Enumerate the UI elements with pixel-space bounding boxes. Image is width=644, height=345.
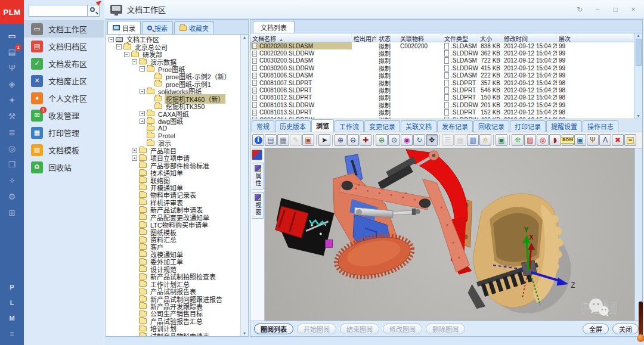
- detail-tab-发布记录[interactable]: 发布记录: [437, 120, 473, 132]
- scroll-down-icon[interactable]: ▼: [243, 331, 247, 335]
- table-row[interactable]: C0081007.SLDPRT拟制.SLDPRT357 KB2012-09-12…: [250, 79, 634, 86]
- search-button[interactable]: [88, 5, 100, 17]
- render-icon[interactable]: ▣: [496, 134, 507, 146]
- expander-minus-icon[interactable]: −: [124, 52, 129, 57]
- layers-icon[interactable]: ▬: [624, 134, 636, 146]
- org-structure-icon[interactable]: ✦: [0, 92, 24, 108]
- print-icon[interactable]: ▦: [277, 134, 289, 146]
- expander-minus-icon[interactable]: −: [140, 89, 145, 94]
- integration-icon[interactable]: ❐: [0, 156, 24, 172]
- tree-item[interactable]: AD: [106, 125, 240, 132]
- table-row[interactable]: C0030200.SLDASM拟制.SLDASM722 KB2012-09-12…: [250, 57, 634, 64]
- select-cursor-icon[interactable]: ➤: [318, 134, 330, 146]
- tree-item[interactable]: Protel: [106, 132, 240, 139]
- nav-recycle-bin[interactable]: ♻回收站: [24, 158, 104, 176]
- minimize-button[interactable]: −: [593, 6, 602, 13]
- expander-plus-icon[interactable]: +: [140, 111, 145, 116]
- tree-tab-搜索[interactable]: 搜索: [142, 21, 173, 34]
- detail-tab-操作日志[interactable]: 操作日志: [583, 120, 618, 132]
- expander-minus-icon[interactable]: −: [116, 44, 122, 49]
- expander-minus-icon[interactable]: −: [109, 37, 114, 42]
- detail-tab-浏览[interactable]: 浏览: [311, 119, 334, 132]
- search-input[interactable]: [29, 5, 88, 17]
- detail-tab-变更记录[interactable]: 变更记录: [364, 120, 400, 132]
- zoom-select-icon[interactable]: ⊙: [388, 134, 400, 146]
- zoom-window-icon[interactable]: ⊕: [376, 134, 388, 146]
- tree-tab-收藏夹[interactable]: 收藏夹: [174, 21, 214, 34]
- detail-tab-打印记录[interactable]: 打印记录: [510, 120, 546, 132]
- detail-tab-回收记录[interactable]: 回收记录: [473, 120, 509, 132]
- page-scrollbar[interactable]: [639, 302, 643, 338]
- table-row[interactable]: C0020200.SLDASM拟制C0020200.SLDASM838 KB20…: [250, 42, 634, 49]
- cost-icon[interactable]: ◎: [0, 140, 24, 156]
- screen-capture-icon[interactable]: ▣: [574, 134, 586, 146]
- material-icon[interactable]: ▥: [467, 134, 479, 146]
- viewer-side-tab-2[interactable]: 视图: [252, 192, 264, 219]
- refresh-button[interactable]: ↻: [575, 6, 584, 13]
- tab-doclist[interactable]: 文档列表: [253, 21, 295, 33]
- eraser-icon[interactable]: ◗: [549, 134, 561, 146]
- viewer-side-tab-1[interactable]: 属性: [252, 163, 264, 189]
- nav-doc-archive[interactable]: ▤文档归档区: [24, 38, 104, 55]
- model-cube-icon[interactable]: [252, 150, 262, 160]
- table-row[interactable]: C0081013.SLDPRT拟制.SLDPRT152 KB2012-09-12…: [250, 109, 634, 116]
- image-export-icon[interactable]: ▣: [302, 134, 314, 146]
- light-bulb-icon[interactable]: ☼: [479, 134, 491, 146]
- sort-asc-icon[interactable]: ▲: [278, 38, 283, 42]
- expander-minus-icon[interactable]: −: [140, 66, 145, 72]
- documents-folder-icon[interactable]: ▤1: [0, 43, 24, 60]
- nav-doc-publish[interactable]: ✓文档发布区: [24, 55, 104, 72]
- workspace-monitor-icon[interactable]: ▭: [0, 27, 24, 43]
- zoom-out-icon[interactable]: ⊖: [347, 134, 359, 146]
- tools-wrench-icon[interactable]: ⚒: [0, 108, 24, 124]
- expander-plus-icon[interactable]: +: [132, 156, 137, 161]
- table-row[interactable]: C0081008.SLDPRT拟制.SLDPRT546 KB2012-09-12…: [250, 86, 634, 94]
- tree-scrollbar[interactable]: ▲ ▼: [240, 35, 248, 336]
- users-icon[interactable]: ✧: [0, 172, 24, 188]
- close-button[interactable]: ×: [628, 6, 638, 13]
- doc-preview-icon[interactable]: ▤: [265, 134, 277, 146]
- scroll-up-icon[interactable]: ▲: [243, 35, 247, 39]
- locate-target-icon[interactable]: ◎: [537, 134, 549, 146]
- close-viewer-button[interactable]: 关闭: [612, 324, 639, 334]
- nav-print[interactable]: ▦打印管理: [24, 124, 104, 141]
- detail-tab-关联文档[interactable]: 关联文档: [401, 120, 436, 132]
- detail-tab-历史版本[interactable]: 历史版本: [275, 120, 311, 132]
- pan-hand-icon[interactable]: ✥: [426, 134, 438, 146]
- expander-plus-icon[interactable]: +: [132, 148, 137, 153]
- zoom-in-icon[interactable]: ⊕: [335, 134, 346, 146]
- doclist-scrollbar[interactable]: ▲ ▼: [634, 33, 642, 119]
- tree-item[interactable]: 试制产品物料申请表: [106, 332, 240, 337]
- apps-grid-icon[interactable]: ⊞: [0, 204, 24, 220]
- tree-item[interactable]: 资料汇总: [106, 236, 240, 243]
- settings-gear-icon[interactable]: ⚙: [0, 188, 24, 204]
- bom-icon[interactable]: BOM: [562, 134, 574, 146]
- tree-item[interactable]: −北京总公司: [106, 43, 240, 50]
- model-canvas[interactable]: X Y Z: [265, 148, 634, 321]
- person-icon[interactable]: Λ: [599, 134, 611, 146]
- zoom-fit-icon[interactable]: ✚: [360, 134, 371, 146]
- review-list-button[interactable]: 圈阅列表: [254, 324, 293, 334]
- table-row[interactable]: C0030200.SLDDRW拟制.SLDDRW415 KB2012-09-12…: [250, 64, 634, 72]
- nav-doc-template[interactable]: ▥文档模板: [24, 141, 104, 158]
- detail-tab-常规[interactable]: 常规: [252, 120, 274, 132]
- tree-tab-目录[interactable]: 目录: [107, 21, 141, 34]
- scroll-down-icon[interactable]: ▼: [636, 114, 640, 118]
- scroll-up-icon[interactable]: ▲: [636, 33, 640, 38]
- parts-cube-icon[interactable]: ◈: [0, 76, 24, 92]
- rail-menu-icon[interactable]: ≡: [0, 326, 24, 341]
- table-row[interactable]: C0081012.SLDPRT拟制.SLDPRT150 KB2012-09-12…: [250, 94, 634, 101]
- explode-icon[interactable]: ✖: [612, 134, 624, 146]
- nav-doc-workspace[interactable]: ▭文档工作区: [24, 20, 104, 38]
- detail-tab-提醒设置[interactable]: 提醒设置: [546, 120, 582, 132]
- nav-send-receive[interactable]: ✉1收发管理: [24, 107, 104, 124]
- nav-personal-files[interactable]: ●个人文件区: [24, 89, 104, 107]
- table-row[interactable]: C0081013.SLDDRW拟制.SLDDRW201 KB2012-09-12…: [250, 101, 634, 108]
- table-row[interactable]: C0020200.SLDDRW拟制.SLDDRW362 KB2012-09-12…: [250, 49, 634, 57]
- tree-item[interactable]: +dwg图纸: [106, 117, 240, 125]
- nav-doc-obsolete[interactable]: ✕文档废止区: [24, 72, 104, 89]
- expander-minus-icon[interactable]: −: [132, 59, 137, 64]
- markup-icon[interactable]: ❊: [512, 134, 524, 146]
- workflow-icon[interactable]: Ψ: [0, 60, 24, 76]
- maximize-button[interactable]: □: [611, 6, 620, 13]
